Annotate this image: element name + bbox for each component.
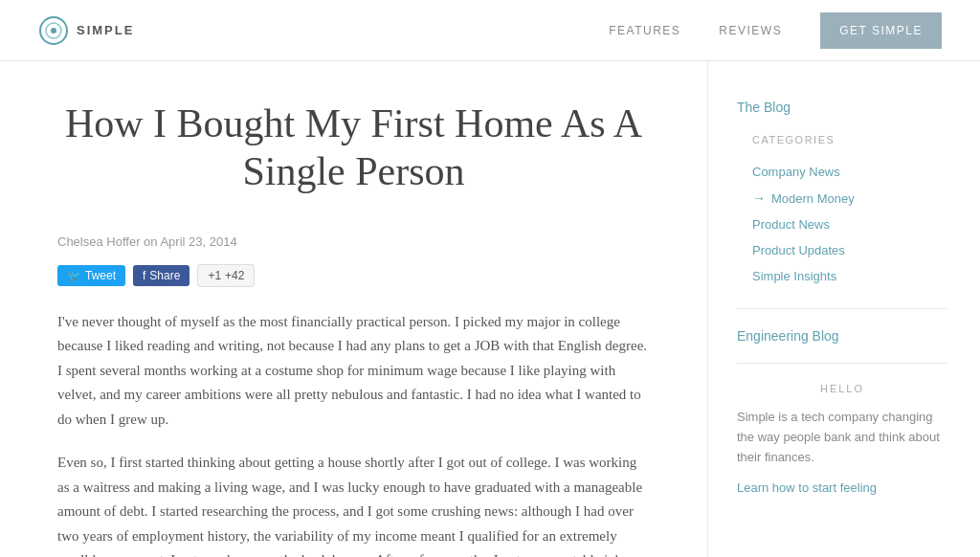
- logo-area: SIMPLE: [38, 15, 134, 46]
- article-paragraph-1: I've never thought of myself as the most…: [57, 310, 650, 433]
- sidebar-divider: [737, 308, 947, 309]
- category-modern-money[interactable]: → Modern Money: [737, 185, 947, 212]
- header: SIMPLE FEATURES REVIEWS GET SIMPLE: [0, 0, 980, 61]
- product-news-label: Product News: [752, 217, 830, 232]
- facebook-button[interactable]: f Share: [133, 265, 189, 286]
- article-meta: Chelsea Hoffer on April 23, 2014: [57, 234, 650, 249]
- gplus-label: +1: [208, 269, 221, 282]
- blog-link[interactable]: The Blog: [737, 100, 947, 115]
- get-simple-button[interactable]: GET SIMPLE: [820, 12, 942, 49]
- tweet-label: Tweet: [85, 269, 116, 282]
- logo-text: SIMPLE: [77, 23, 134, 37]
- logo-icon: [38, 15, 69, 46]
- simple-insights-label: Simple Insights: [752, 269, 836, 283]
- article-content: How I Bought My First Home As A Single P…: [0, 61, 708, 557]
- category-company-news[interactable]: Company News: [737, 159, 947, 185]
- sidebar-divider-2: [737, 363, 947, 364]
- nav-reviews[interactable]: REVIEWS: [719, 24, 782, 37]
- facebook-label: Share: [149, 269, 180, 282]
- hello-label: HELLO: [737, 383, 947, 394]
- category-product-news[interactable]: Product News: [737, 212, 947, 237]
- gplus-count: +42: [225, 269, 244, 282]
- hello-text: Simple is a tech company changing the wa…: [737, 408, 947, 467]
- company-news-label: Company News: [752, 165, 840, 179]
- modern-money-label: Modern Money: [771, 191, 855, 206]
- twitter-icon: 🐦: [67, 269, 81, 282]
- gplus-button[interactable]: +1 +42: [197, 264, 255, 287]
- main-layout: How I Bought My First Home As A Single P…: [0, 61, 980, 557]
- article-body: I've never thought of myself as the most…: [57, 310, 650, 557]
- tweet-button[interactable]: 🐦 Tweet: [57, 265, 125, 286]
- categories-label: CATEGORIES: [737, 134, 947, 145]
- engineering-blog-link[interactable]: Engineering Blog: [737, 328, 947, 344]
- category-simple-insights[interactable]: Simple Insights: [737, 263, 947, 289]
- arrow-icon: →: [752, 190, 766, 206]
- article-title: How I Bought My First Home As A Single P…: [57, 100, 650, 196]
- svg-point-2: [51, 28, 56, 33]
- nav: FEATURES REVIEWS GET SIMPLE: [609, 12, 942, 49]
- category-product-updates[interactable]: Product Updates: [737, 237, 947, 263]
- nav-features[interactable]: FEATURES: [609, 24, 680, 37]
- product-updates-label: Product Updates: [752, 243, 845, 257]
- article-paragraph-2: Even so, I first started thinking about …: [57, 451, 650, 557]
- learn-link[interactable]: Learn how to start feeling: [737, 480, 877, 495]
- facebook-icon: f: [143, 269, 145, 282]
- share-buttons: 🐦 Tweet f Share +1 +42: [57, 264, 650, 287]
- sidebar: The Blog CATEGORIES Company News → Moder…: [708, 61, 976, 557]
